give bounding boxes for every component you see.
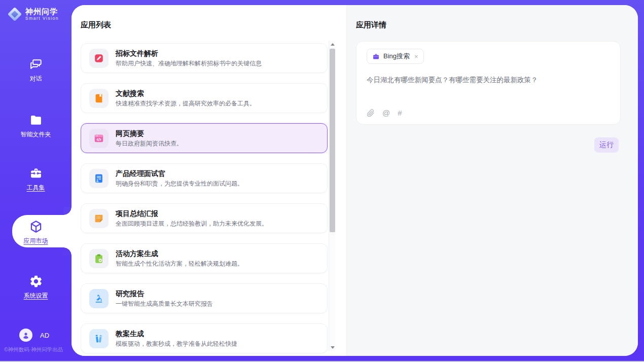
folder-icon <box>29 113 43 127</box>
user-avatar-icon <box>19 329 32 342</box>
app-title: 产品经理面试官 <box>116 169 243 178</box>
app-title: 网页摘要 <box>116 129 183 138</box>
app-card[interactable]: 项目总结汇报 全面回顾项目进展，总结经验教训，助力未来优化发展。 <box>81 203 328 233</box>
diamond-logo-icon <box>8 8 21 21</box>
toolbox-icon <box>29 166 43 180</box>
sidebar-item-toolbox[interactable]: 工具集 <box>0 166 71 192</box>
bubble-corner-top <box>63 207 71 215</box>
attachment-icon[interactable] <box>367 109 375 117</box>
gear-icon <box>29 274 43 288</box>
app-list-title: 应用列表 <box>81 20 111 30</box>
app-description: 一键智能生成高质量长文本研究报告 <box>116 300 213 307</box>
brand-name: 神州问学 <box>25 7 59 16</box>
sidebar-item-label: 系统设置 <box>24 292 48 300</box>
scrollbar-thumb[interactable] <box>330 49 335 232</box>
app-description: 明确身份和职责，为您提供专业性的面试问题。 <box>116 180 243 187</box>
tool-tag-bing-search[interactable]: Bing搜索 × <box>367 49 424 64</box>
bubble-corner-bottom <box>63 247 71 256</box>
user-initials: AD <box>40 332 49 339</box>
app-title: 项目总结汇报 <box>116 209 268 218</box>
books-icon <box>89 329 109 348</box>
app-description: 智能生成个性化活动方案，轻松解决规划难题。 <box>116 260 243 267</box>
scroll-down-arrow-icon[interactable] <box>329 344 336 351</box>
app-window: 神州问学 Smart Vision 对话 智能文件夹 工具集 应用市场 系统设置… <box>0 0 644 362</box>
sidebar-footer: ©神州数码·神州问学出品 <box>4 346 63 353</box>
sidebar-item-label: 对话 <box>30 75 42 83</box>
app-description: 快速精准查找学术资源，提高研究效率的必备工具。 <box>116 100 256 107</box>
mention-icon[interactable]: @ <box>382 109 390 117</box>
app-detail-section: 应用详情 Bing搜索 × 今日湖北有哪些新闻要点？有哪些需要关注的最新政策？ … <box>346 5 638 356</box>
cube-icon <box>29 220 43 234</box>
interview-doc-icon <box>89 169 109 188</box>
close-icon[interactable]: × <box>414 53 418 60</box>
run-button[interactable]: 运行 <box>594 137 619 153</box>
app-title: 招标文件解析 <box>116 49 262 58</box>
microscope-icon <box>89 289 109 308</box>
app-card[interactable]: 网页摘要 每日政府新闻资讯快查。 <box>81 123 328 153</box>
app-title: 文献搜索 <box>116 89 256 98</box>
composer-toolbar: @# <box>367 109 610 117</box>
book-icon <box>89 89 109 108</box>
sidebar-item-folder[interactable]: 智能文件夹 <box>0 113 71 139</box>
app-card[interactable]: 产品经理面试官 明确身份和职责，为您提供专业性的面试问题。 <box>81 163 328 193</box>
app-card-list: 招标文件解析 帮助用户快速、准确地理解和解析招标书中的关键信息 文献搜索 快速精… <box>81 43 328 356</box>
scroll-up-arrow-icon[interactable] <box>329 41 336 48</box>
web-code-icon <box>89 129 109 148</box>
app-description: 模板驱动，教案秒成，教学准备从此轻松快捷 <box>116 340 237 347</box>
app-description: 帮助用户快速、准确地理解和解析招标书中的关键信息 <box>116 60 262 67</box>
list-scrollbar[interactable] <box>329 41 335 351</box>
hash-icon[interactable]: # <box>398 109 402 117</box>
sidebar-item-label: 应用市场 <box>24 237 48 245</box>
app-title: 研究报告 <box>116 289 213 298</box>
edit-document-icon <box>89 49 109 68</box>
app-card[interactable]: 文献搜索 快速精准查找学术资源，提高研究效率的必备工具。 <box>81 83 328 113</box>
app-card[interactable]: 活动方案生成 智能生成个性化活动方案，轻松解决规划难题。 <box>81 243 328 273</box>
sidebar-item-label: 智能文件夹 <box>21 130 51 139</box>
app-description: 全面回顾项目进展，总结经验教训，助力未来优化发展。 <box>116 220 268 227</box>
app-card[interactable]: 研究报告 一键智能生成高质量长文本研究报告 <box>81 283 328 313</box>
app-title: 教案生成 <box>116 330 237 338</box>
sidebar-item-chat[interactable]: 对话 <box>0 57 71 83</box>
briefcase-icon <box>372 53 380 60</box>
tool-tag-label: Bing搜索 <box>383 52 410 61</box>
main-panel: 应用列表 招标文件解析 帮助用户快速、准确地理解和解析招标书中的关键信息 文献搜… <box>71 5 638 356</box>
app-list-section: 应用列表 招标文件解析 帮助用户快速、准确地理解和解析招标书中的关键信息 文献搜… <box>71 5 346 356</box>
user-chip[interactable]: AD <box>19 329 49 342</box>
app-card[interactable]: 招标文件解析 帮助用户快速、准确地理解和解析招标书中的关键信息 <box>81 43 328 73</box>
sidebar: 神州问学 Smart Vision 对话 智能文件夹 工具集 应用市场 系统设置… <box>0 0 71 362</box>
brand-subtitle: Smart Vision <box>25 16 59 21</box>
app-card[interactable]: 教案生成 模板驱动，教案秒成，教学准备从此轻松快捷 <box>81 323 328 353</box>
brand-logo: 神州问学 Smart Vision <box>8 7 59 21</box>
prompt-text[interactable]: 今日湖北有哪些新闻要点？有哪些需要关注的最新政策？ <box>367 75 610 85</box>
prompt-card: Bing搜索 × 今日湖北有哪些新闻要点？有哪些需要关注的最新政策？ @# <box>356 41 621 125</box>
app-title: 活动方案生成 <box>116 249 243 258</box>
sidebar-item-gear[interactable]: 系统设置 <box>0 274 71 300</box>
app-detail-title: 应用详情 <box>356 20 386 30</box>
chat-icon <box>29 57 43 71</box>
sidebar-item-cube[interactable]: 应用市场 <box>0 220 71 245</box>
clipboard-check-icon <box>89 249 109 268</box>
app-description: 每日政府新闻资讯快查。 <box>116 140 183 147</box>
sidebar-item-label: 工具集 <box>27 184 45 192</box>
note-icon <box>89 209 109 228</box>
